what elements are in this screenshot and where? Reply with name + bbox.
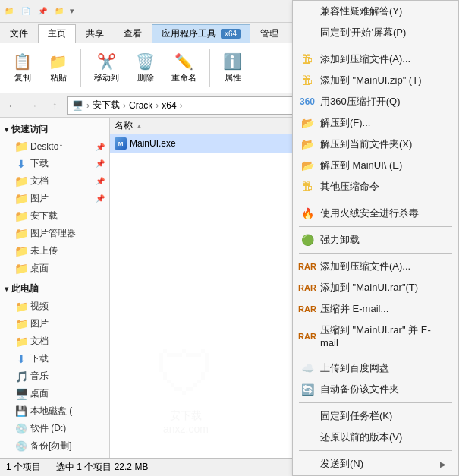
sidebar-item-pc-pictures[interactable]: 📁 图片: [0, 315, 109, 333]
rar4-icon: RAR: [300, 329, 314, 343]
ctx-add-mainui-rar[interactable]: RAR 添加到 "MainUI.rar"(T): [293, 277, 458, 298]
ctx-compress-email[interactable]: RAR 压缩并 E-mail...: [293, 298, 458, 320]
move-label: 移动到: [94, 72, 119, 84]
tab-view[interactable]: 查看: [114, 24, 152, 43]
ctx-virus-scan[interactable]: 🔥 使用火绒安全进行杀毒: [293, 203, 458, 224]
path-seg-3[interactable]: x64: [162, 100, 176, 111]
ctx-label: 添加到 "MainUI.zip" (T): [320, 74, 446, 87]
path-seg-2[interactable]: Crack: [129, 100, 152, 111]
tab-manage[interactable]: 管理: [250, 24, 288, 43]
pin-icon: 📌: [96, 143, 105, 151]
sidebar-item-music[interactable]: 🎵 音乐: [0, 367, 109, 385]
rar3-icon: RAR: [300, 302, 314, 316]
sidebar-item-pictures[interactable]: 📁 图片 📌: [0, 190, 109, 207]
sidebar-item-pc-desktop[interactable]: 🖥️ 桌面: [0, 385, 109, 402]
ribbon-copy-btn[interactable]: 📋 复制: [6, 49, 39, 87]
watermark: 🛡 安下载anxz.com: [156, 339, 216, 435]
sidebar-item-downloads[interactable]: ⬇ 下载 📌: [0, 155, 109, 172]
ctx-sep5: [299, 355, 452, 355]
sidebar-item-soft-d[interactable]: 💿 软件 (D:): [0, 420, 109, 437]
sidebar-item-anzd[interactable]: 📁 安下载: [0, 207, 109, 225]
ctx-label: 解压到当前文件夹(X): [320, 137, 446, 151]
ctx-upload-baidu[interactable]: ☁️ 上传到百度网盘: [293, 358, 458, 379]
sidebar: ▾ 快速访问 📁 Deskto↑ 📌 ⬇ 下载 📌 📁 文档 📌 📁 图片: [0, 118, 110, 458]
ctx-label: 其他压缩命令: [320, 180, 446, 194]
copy-label: 复制: [14, 72, 31, 84]
ctx-compress-rar-email[interactable]: RAR 压缩到 "MainUI.rar" 并 E-mail: [293, 320, 458, 352]
sidebar-item-label: 下载: [30, 157, 93, 170]
watermark-logo: 🛡: [156, 339, 216, 409]
fire-icon: 🔥: [300, 206, 314, 220]
ctx-label: 上传到百度网盘: [320, 361, 446, 375]
ctx-add-zip[interactable]: 🗜 添加到压缩文件(A)...: [293, 49, 458, 70]
ctx-other-zip[interactable]: 🗜 其他压缩命令: [293, 176, 458, 197]
tab-home[interactable]: 主页: [38, 24, 76, 43]
ribbon-delete-btn[interactable]: 🗑️ 删除: [129, 49, 162, 87]
zip-icon: 🗜: [300, 52, 314, 66]
ctx-label: 解压到(F)...: [320, 116, 446, 130]
ctx-label: 添加到 "MainUI.rar"(T): [320, 281, 446, 295]
sidebar-item-bkdesk[interactable]: 📁 桌面: [0, 260, 109, 277]
sidebar-item-docs[interactable]: 📁 文档 📌: [0, 172, 109, 190]
paste-label: 粘贴: [50, 72, 67, 84]
ctx-extract-to[interactable]: 📂 解压到(F)...: [293, 112, 458, 134]
quick-access-header[interactable]: ▾ 快速访问: [0, 121, 109, 138]
sidebar-item-label: 音乐: [30, 370, 105, 383]
sidebar-item-notup[interactable]: 📁 未上传: [0, 242, 109, 260]
ctx-extract-mainui[interactable]: 📂 解压到 MainUI\ (E): [293, 155, 458, 176]
sidebar-item-label: 软件 (D:): [30, 422, 105, 435]
ctx-force-uninstall[interactable]: 🟢 强力卸载: [293, 229, 458, 251]
zip2-icon: 🗜: [300, 74, 314, 87]
ctx-add-mainui-zip[interactable]: 🗜 添加到 "MainUI.zip" (T): [293, 70, 458, 91]
tab-share[interactable]: 共享: [76, 24, 114, 43]
up-button[interactable]: ↑: [46, 96, 64, 115]
ribbon-paste-btn[interactable]: 📁 粘贴: [42, 49, 74, 87]
pin-icon: 📌: [96, 194, 105, 203]
folder-icon: 📁: [15, 245, 27, 257]
this-pc-label: 此电脑: [11, 282, 39, 295]
extract-icon: 📂: [300, 116, 314, 130]
ctx-sep7: [299, 450, 452, 451]
ctx-send-to[interactable]: 发送到(N) ▶: [293, 453, 458, 474]
quick-access-section: ▾ 快速访问 📁 Deskto↑ 📌 ⬇ 下载 📌 📁 文档 📌 📁 图片: [0, 121, 109, 277]
ctx-pin-start[interactable]: 固定到'开始'屏幕(P): [293, 22, 458, 43]
forward-button[interactable]: →: [24, 96, 42, 115]
title-folder-icon: 📁: [3, 5, 15, 17]
ctx-pin-taskbar[interactable]: 固定到任务栏(K): [293, 405, 458, 427]
sidebar-item-label: 桌面: [30, 387, 105, 400]
folder-doc-icon: 📁: [15, 336, 27, 348]
ctx-restore-version[interactable]: 还原以前的版本(V): [293, 427, 458, 448]
sidebar-item-label: 下载: [30, 352, 105, 365]
pin-icon: 📌: [96, 177, 105, 185]
zip3-icon: 🗜: [300, 180, 314, 194]
sendto-icon: [300, 457, 314, 471]
title-dropdown[interactable]: ▾: [70, 6, 74, 16]
sidebar-item-pc-docs[interactable]: 📁 文档: [0, 333, 109, 350]
quick-access-chevron: ▾: [5, 125, 8, 134]
ribbon-move-btn[interactable]: ✂️ 移动到: [87, 49, 126, 87]
sidebar-item-imgmgr[interactable]: 📁 图片管理器: [0, 225, 109, 242]
ctx-360-open[interactable]: 360 用360压缩打开(Q): [293, 91, 458, 112]
sidebar-item-pc-downloads[interactable]: ⬇ 下载: [0, 350, 109, 367]
ctx-compat[interactable]: 兼容性疑难解答(Y): [293, 1, 458, 22]
sidebar-item-local-c[interactable]: 💾 本地磁盘 (: [0, 402, 109, 420]
tab-app-tools[interactable]: 应用程序工具 x64: [152, 24, 250, 43]
tab-file[interactable]: 文件: [0, 24, 38, 43]
sidebar-item-backup[interactable]: 💿 备份[勿删]: [0, 437, 109, 455]
back-button[interactable]: ←: [3, 96, 21, 115]
path-seg-1[interactable]: 安下载: [93, 99, 120, 112]
watermark-text: 安下载anxz.com: [156, 409, 216, 435]
compat-icon: [300, 5, 314, 18]
sort-arrow: ▲: [136, 122, 143, 130]
sidebar-item-desktop[interactable]: 📁 Deskto↑ 📌: [0, 138, 109, 155]
ctx-extract-here[interactable]: 📂 解压到当前文件夹(X): [293, 134, 458, 155]
ctx-auto-backup[interactable]: 🔄 自动备份该文件夹: [293, 379, 458, 400]
ribbon-rename-btn[interactable]: ✏️ 重命名: [165, 49, 203, 87]
ctx-add-rar[interactable]: RAR 添加到压缩文件(A)...: [293, 256, 458, 277]
restore-icon: [300, 430, 314, 444]
ctx-label: 还原以前的版本(V): [320, 430, 446, 444]
this-pc-header[interactable]: ▾ 此电脑: [0, 280, 109, 298]
ribbon-prop-btn[interactable]: ℹ️ 属性: [216, 49, 249, 87]
copy-icon: 📋: [13, 52, 32, 71]
sidebar-item-videos[interactable]: 📁 视频: [0, 298, 109, 315]
